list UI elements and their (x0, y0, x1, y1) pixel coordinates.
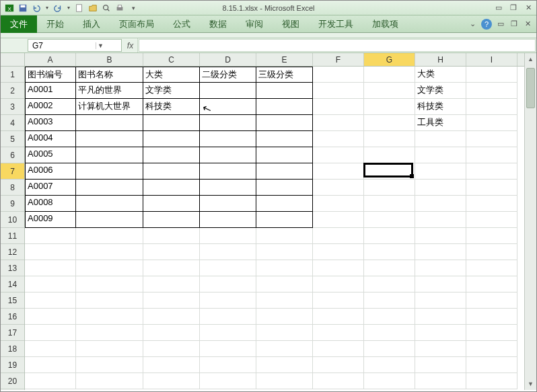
undo-dropdown-icon[interactable]: ▾ (44, 2, 50, 14)
ribbon-minimize-icon[interactable]: ⌄ (468, 19, 477, 29)
cells-area[interactable]: 图书编号图书名称大类二级分类三级分类大类A0001平凡的世界文学类文学类A000… (25, 67, 524, 390)
cell-F6[interactable] (313, 147, 364, 163)
cell-H1[interactable]: 大类 (415, 67, 466, 83)
cell-B4[interactable] (76, 115, 143, 131)
tab-page-layout[interactable]: 页面布局 (110, 15, 164, 33)
cell-A1[interactable]: 图书编号 (25, 67, 76, 83)
cell-C18[interactable] (143, 341, 200, 357)
qat-more-icon[interactable]: ▾ (127, 2, 139, 14)
cell-C12[interactable] (143, 244, 200, 260)
row-header-1[interactable]: 1 (1, 67, 24, 83)
cell-G2[interactable] (364, 83, 415, 99)
redo-dropdown-icon[interactable]: ▾ (65, 2, 72, 14)
cell-E15[interactable] (256, 292, 313, 309)
cell-G3[interactable] (364, 99, 415, 115)
cell-F11[interactable] (313, 228, 364, 244)
save-icon[interactable] (17, 2, 29, 14)
file-tab[interactable]: 文件 (1, 15, 37, 33)
doc-minimize-button[interactable]: ▭ (496, 19, 505, 29)
cell-E12[interactable] (256, 244, 313, 260)
fx-icon[interactable]: fx (123, 38, 138, 52)
cell-I12[interactable] (466, 244, 517, 260)
cell-E9[interactable] (256, 196, 313, 212)
cell-B13[interactable] (76, 260, 143, 276)
cell-E1[interactable]: 三级分类 (256, 67, 313, 83)
row-header-15[interactable]: 15 (1, 292, 24, 309)
cell-H12[interactable] (415, 244, 466, 260)
row-header-5[interactable]: 5 (1, 131, 24, 147)
scroll-up-icon[interactable]: ▲ (525, 53, 536, 65)
cell-H11[interactable] (415, 228, 466, 244)
cell-H2[interactable]: 文学类 (415, 83, 466, 99)
select-all-corner[interactable] (1, 53, 25, 67)
cell-D2[interactable] (200, 83, 256, 99)
cell-E20[interactable] (256, 373, 313, 389)
cell-H5[interactable] (415, 131, 466, 147)
row-header-12[interactable]: 12 (1, 244, 24, 260)
cell-A12[interactable] (25, 244, 76, 260)
cell-I11[interactable] (466, 228, 517, 244)
cell-B20[interactable] (76, 373, 143, 389)
cell-F9[interactable] (313, 196, 364, 212)
cell-D3[interactable] (200, 99, 256, 115)
cell-I9[interactable] (466, 196, 517, 212)
cell-B10[interactable] (76, 212, 143, 228)
cell-F16[interactable] (313, 309, 364, 325)
tab-formulas[interactable]: 公式 (164, 15, 200, 33)
cell-H16[interactable] (415, 309, 466, 325)
cell-D16[interactable] (200, 309, 256, 325)
cell-G18[interactable] (364, 341, 415, 357)
tab-addins[interactable]: 加载项 (363, 15, 408, 33)
cell-A18[interactable] (25, 341, 76, 357)
cell-D18[interactable] (200, 341, 256, 357)
cell-B12[interactable] (76, 244, 143, 260)
cell-E16[interactable] (256, 309, 313, 325)
cell-G14[interactable] (364, 276, 415, 292)
cell-B17[interactable] (76, 325, 143, 341)
column-header-F[interactable]: F (313, 53, 364, 66)
row-header-2[interactable]: 2 (1, 83, 24, 99)
cell-E2[interactable] (256, 83, 313, 99)
row-header-10[interactable]: 10 (1, 212, 24, 228)
row-header-3[interactable]: 3 (1, 99, 24, 115)
cell-F14[interactable] (313, 276, 364, 292)
cell-H3[interactable]: 科技类 (415, 99, 466, 115)
cell-D9[interactable] (200, 196, 256, 212)
cell-A17[interactable] (25, 325, 76, 341)
cell-D11[interactable] (200, 228, 256, 244)
cell-E17[interactable] (256, 325, 313, 341)
cell-A20[interactable] (25, 373, 76, 389)
cell-E3[interactable] (256, 99, 313, 115)
cell-A11[interactable] (25, 228, 76, 244)
cell-B14[interactable] (76, 276, 143, 292)
cell-A5[interactable]: A0004 (25, 131, 76, 147)
cell-I14[interactable] (466, 276, 517, 292)
cell-G19[interactable] (364, 357, 415, 373)
cell-D19[interactable] (200, 357, 256, 373)
cell-G5[interactable] (364, 131, 415, 147)
cell-D8[interactable] (200, 180, 256, 196)
cell-H9[interactable] (415, 196, 466, 212)
column-header-H[interactable]: H (415, 53, 466, 66)
column-header-I[interactable]: I (466, 53, 517, 66)
column-header-G[interactable]: G (364, 53, 415, 66)
cell-A14[interactable] (25, 276, 76, 292)
cell-C16[interactable] (143, 309, 200, 325)
cell-C10[interactable] (143, 212, 200, 228)
cell-F20[interactable] (313, 373, 364, 389)
cell-D6[interactable] (200, 147, 256, 163)
new-icon[interactable] (73, 2, 85, 14)
row-header-16[interactable]: 16 (1, 309, 24, 325)
cell-A2[interactable]: A0001 (25, 83, 76, 99)
cell-C2[interactable]: 文学类 (143, 83, 200, 99)
cell-B7[interactable] (76, 163, 143, 180)
row-header-6[interactable]: 6 (1, 147, 24, 163)
cell-I6[interactable] (466, 147, 517, 163)
row-header-4[interactable]: 4 (1, 115, 24, 131)
cell-G17[interactable] (364, 325, 415, 341)
doc-restore-button[interactable]: ❐ (509, 19, 519, 29)
row-header-9[interactable]: 9 (1, 196, 24, 212)
cell-A8[interactable]: A0007 (25, 180, 76, 196)
cell-D13[interactable] (200, 260, 256, 276)
cell-A3[interactable]: A0002 (25, 99, 76, 115)
